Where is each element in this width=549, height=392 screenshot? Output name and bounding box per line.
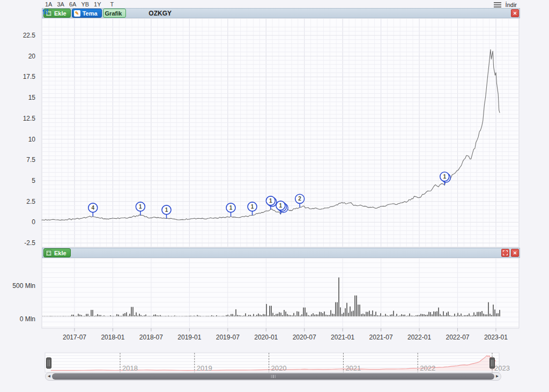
volume-bar bbox=[335, 302, 336, 316]
volume-bar bbox=[412, 316, 413, 316]
theme-button-label: Tema bbox=[83, 10, 98, 17]
volume-bar bbox=[403, 315, 404, 316]
volume-bar bbox=[277, 314, 278, 316]
volume-add-button[interactable]: + Ekle bbox=[43, 248, 71, 257]
volume-bar bbox=[324, 312, 325, 316]
volume-bar bbox=[126, 312, 127, 316]
y-axis-label: 10 bbox=[3, 136, 35, 143]
x-axis-label: 2019-07 bbox=[216, 334, 240, 341]
volume-bar bbox=[75, 316, 76, 316]
navigator-year-label: 2019 bbox=[197, 364, 212, 372]
volume-bar bbox=[81, 315, 82, 317]
volume-bar bbox=[84, 316, 85, 316]
volume-bar bbox=[425, 315, 426, 316]
x-axis-label: 2022-07 bbox=[446, 334, 469, 341]
volume-bar bbox=[359, 305, 360, 316]
scrollbar-thumb[interactable] bbox=[52, 373, 494, 380]
y-axis-label: 20 bbox=[3, 53, 35, 60]
volume-bar bbox=[152, 316, 153, 316]
period-tab-1Y[interactable]: 1Y bbox=[94, 1, 101, 8]
download-button[interactable]: İndir bbox=[506, 2, 517, 8]
period-tab-1A[interactable]: 1A bbox=[45, 1, 52, 8]
volume-pane[interactable] bbox=[42, 258, 519, 328]
volume-bar bbox=[221, 316, 222, 316]
volume-bar bbox=[406, 316, 407, 316]
volume-bar bbox=[477, 312, 478, 316]
volume-bar bbox=[454, 314, 455, 316]
period-tab-YB[interactable]: YB bbox=[81, 1, 89, 8]
volume-bar bbox=[489, 314, 491, 316]
volume-bar bbox=[120, 316, 121, 316]
x-axis-label: 2020-07 bbox=[293, 334, 316, 341]
volume-bar bbox=[416, 315, 417, 316]
volume-bar bbox=[112, 316, 113, 316]
scroll-left-button[interactable]: ◄ bbox=[46, 373, 52, 380]
volume-bar bbox=[358, 305, 359, 316]
period-tab-T[interactable]: T bbox=[110, 1, 114, 8]
volume-bar bbox=[409, 314, 410, 316]
horizontal-scrollbar[interactable]: ◄ ► bbox=[45, 372, 501, 381]
close-icon: ✕ bbox=[513, 250, 517, 256]
volume-bar bbox=[70, 316, 71, 316]
volume-bar bbox=[280, 313, 281, 316]
period-tab-6A[interactable]: 6A bbox=[69, 1, 76, 8]
scroll-right-button[interactable]: ► bbox=[494, 373, 500, 380]
volume-bar bbox=[86, 314, 87, 316]
volume-bar bbox=[451, 316, 452, 316]
volume-bar bbox=[47, 316, 48, 316]
volume-bar bbox=[348, 313, 349, 316]
volume-bar bbox=[303, 308, 304, 317]
volume-bar bbox=[261, 315, 262, 316]
volume-bar bbox=[234, 315, 235, 316]
volume-bar bbox=[295, 315, 296, 316]
volume-bar bbox=[235, 309, 236, 316]
volume-bar bbox=[337, 302, 338, 316]
menu-icon[interactable] bbox=[494, 1, 501, 9]
chart-type-button[interactable]: Grafik bbox=[103, 9, 127, 18]
volume-bar bbox=[253, 314, 254, 317]
y-axis-label: 12.5 bbox=[3, 115, 35, 122]
volume-bar bbox=[76, 316, 77, 316]
volume-bar bbox=[231, 314, 232, 316]
volume-bar bbox=[404, 315, 405, 316]
y-axis-label: -2.5 bbox=[3, 239, 35, 247]
close-volume-pane-button[interactable]: ✕ bbox=[511, 249, 519, 257]
volume-bar bbox=[149, 316, 150, 316]
volume-bar bbox=[124, 313, 125, 316]
navigator-left-handle[interactable] bbox=[47, 358, 51, 368]
volume-bar bbox=[55, 316, 56, 316]
volume-bar bbox=[440, 314, 441, 317]
volume-bar bbox=[94, 316, 95, 316]
volume-bar bbox=[313, 313, 314, 316]
navigator-right-handle[interactable] bbox=[490, 358, 495, 368]
x-axis-label: 2018-01 bbox=[101, 334, 124, 341]
volume-bar bbox=[87, 314, 88, 316]
volume-bar bbox=[316, 314, 317, 316]
volume-bar bbox=[110, 315, 111, 316]
volume-bar bbox=[269, 306, 270, 316]
maximize-pane-button[interactable] bbox=[501, 249, 509, 257]
close-main-pane-button[interactable]: ✕ bbox=[511, 9, 519, 17]
volume-bar bbox=[271, 306, 272, 316]
x-axis-label: 2021-07 bbox=[369, 334, 393, 341]
volume-bar bbox=[205, 316, 206, 316]
volume-bar bbox=[499, 310, 500, 316]
volume-bar bbox=[370, 314, 372, 316]
navigator-year-label: 2021 bbox=[345, 364, 361, 372]
y-axis-label: 2.5 bbox=[3, 198, 35, 205]
volume-bar bbox=[284, 310, 285, 316]
theme-button[interactable]: ✎ Tema bbox=[72, 9, 102, 18]
period-tab-3A[interactable]: 3A bbox=[57, 1, 64, 8]
volume-bar bbox=[292, 315, 293, 316]
volume-bar bbox=[317, 315, 318, 316]
volume-bar bbox=[383, 316, 384, 316]
volume-bar bbox=[449, 315, 450, 316]
volume-bar bbox=[407, 316, 409, 317]
volume-bar bbox=[95, 316, 97, 317]
volume-bar bbox=[226, 315, 227, 316]
volume-bar bbox=[73, 315, 74, 316]
volume-bar bbox=[190, 316, 191, 316]
navigator-year-label: 2023 bbox=[494, 364, 510, 372]
volume-bar bbox=[369, 310, 370, 316]
volume-add-button-label: Ekle bbox=[54, 250, 66, 256]
